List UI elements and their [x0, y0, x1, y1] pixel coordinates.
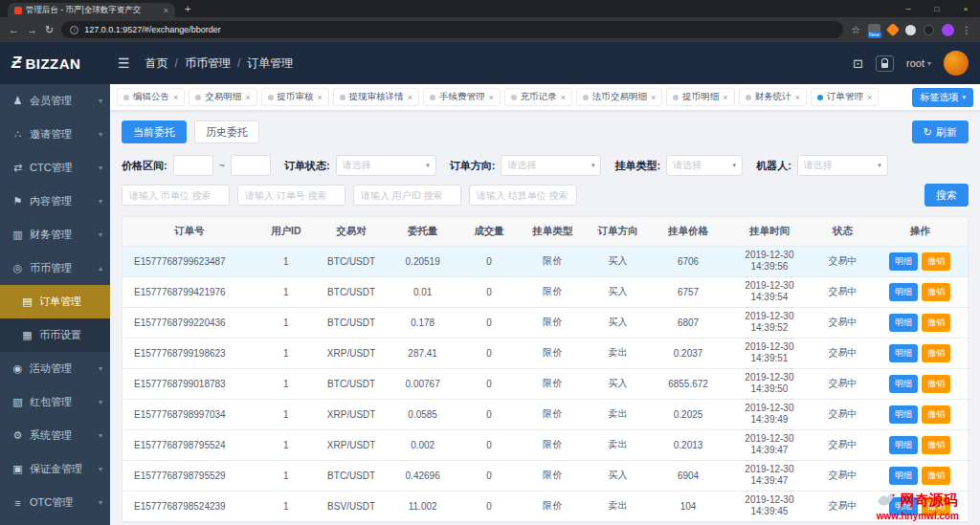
- sidebar-item-margin[interactable]: ▣保证金管理▾: [0, 452, 110, 486]
- extension-light-icon[interactable]: [905, 25, 916, 35]
- tag-close-icon[interactable]: ×: [245, 93, 250, 102]
- detail-button[interactable]: 明细: [889, 436, 918, 454]
- sidebar-item-coin-settings[interactable]: ▦币币设置: [0, 318, 110, 352]
- tag-item[interactable]: 提币审核×: [261, 88, 329, 106]
- breadcrumb-item[interactable]: 订单管理: [247, 55, 293, 72]
- detail-button[interactable]: 明细: [889, 467, 918, 485]
- cell-price: 6855.672: [651, 368, 726, 399]
- system-icon: ⚙: [11, 429, 24, 442]
- search-button[interactable]: 搜索: [924, 184, 969, 207]
- cell-price: 104: [651, 491, 726, 521]
- current-orders-button[interactable]: 当前委托: [122, 120, 187, 143]
- tag-item[interactable]: 提现审核详情×: [333, 88, 419, 106]
- site-info-icon[interactable]: i: [70, 26, 78, 34]
- history-orders-button[interactable]: 历史委托: [194, 120, 259, 143]
- minimize-button[interactable]: ─: [894, 0, 923, 17]
- tag-close-icon[interactable]: ×: [795, 93, 800, 102]
- tag-item[interactable]: 充币记录×: [504, 88, 572, 106]
- breadcrumb-item[interactable]: 币币管理: [185, 55, 231, 72]
- tag-item[interactable]: 手续费管理×: [423, 88, 501, 106]
- window-close-button[interactable]: ×: [951, 0, 980, 17]
- tag-close-icon[interactable]: ×: [318, 93, 323, 102]
- tag-item[interactable]: 提币明细×: [666, 88, 734, 106]
- fullscreen-icon[interactable]: ⊡: [853, 56, 863, 71]
- search-baseunit-input[interactable]: [469, 185, 577, 206]
- tag-close-icon[interactable]: ×: [723, 93, 727, 102]
- tab-close-icon[interactable]: ×: [164, 6, 168, 15]
- search-coin-input[interactable]: [122, 185, 230, 206]
- browser-menu-icon[interactable]: ⋮: [962, 25, 971, 35]
- sidebar-item-otc[interactable]: ≡OTC管理▾: [0, 486, 110, 519]
- hamburger-menu-icon[interactable]: ☰: [118, 55, 130, 71]
- lock-icon[interactable]: [876, 55, 894, 72]
- sidebar-item-members[interactable]: ♟会员管理▾: [0, 84, 110, 118]
- price-max-input[interactable]: [231, 155, 271, 176]
- sidebar-item-order-doc[interactable]: ▤订单管理: [0, 285, 110, 318]
- detail-button[interactable]: 明细: [889, 283, 918, 301]
- new-tab-button[interactable]: +: [185, 3, 190, 14]
- tag-item[interactable]: 法币交易明细×: [576, 88, 662, 106]
- detail-button[interactable]: 明细: [889, 314, 918, 332]
- tag-close-icon[interactable]: ×: [173, 93, 178, 102]
- cancel-button[interactable]: 撤销: [922, 283, 950, 301]
- bookmark-star-icon[interactable]: ☆: [851, 24, 860, 36]
- tag-item[interactable]: 订单管理×: [811, 88, 879, 106]
- user-dropdown[interactable]: root ▾: [906, 57, 931, 69]
- tag-close-icon[interactable]: ×: [867, 93, 872, 102]
- extension-new-icon[interactable]: New: [868, 24, 880, 35]
- cell-status: 交易中: [813, 491, 872, 521]
- cancel-button[interactable]: 撤销: [922, 467, 950, 485]
- sidebar-item-finance[interactable]: ▥财务管理▾: [0, 218, 110, 252]
- sidebar-item-activity[interactable]: ◉活动管理▾: [0, 352, 110, 385]
- cancel-button[interactable]: 撤销: [922, 344, 950, 362]
- cancel-button[interactable]: 撤销: [922, 497, 950, 515]
- order-status-select[interactable]: 请选择 ▾: [336, 155, 436, 176]
- detail-button[interactable]: 明细: [889, 344, 918, 362]
- robot-select[interactable]: 请选择 ▾: [797, 155, 888, 176]
- sidebar-item-redpacket[interactable]: ▧红包管理▾: [0, 385, 110, 419]
- refresh-button[interactable]: ↻ 刷新: [912, 120, 969, 143]
- price-min-input[interactable]: [173, 155, 213, 176]
- extension-dark-icon[interactable]: [924, 25, 934, 35]
- detail-button[interactable]: 明细: [889, 375, 918, 393]
- cancel-button[interactable]: 撤销: [922, 405, 950, 424]
- tag-item[interactable]: 交易明细×: [189, 88, 256, 106]
- tag-item[interactable]: 编辑公告×: [117, 88, 185, 106]
- tag-item[interactable]: 财务统计×: [739, 88, 807, 106]
- tag-close-icon[interactable]: ×: [489, 93, 494, 102]
- breadcrumb-item[interactable]: 首页: [145, 55, 168, 72]
- order-direction-select[interactable]: 请选择 ▾: [501, 155, 601, 176]
- tag-label: 交易明细: [205, 91, 241, 103]
- order-type-select[interactable]: 请选择 ▾: [666, 155, 743, 176]
- back-icon[interactable]: ←: [9, 24, 19, 35]
- cancel-button[interactable]: 撤销: [922, 252, 950, 271]
- url-bar[interactable]: i 127.0.0.1:9527/#/exchange/bborder: [61, 21, 843, 38]
- sidebar-item-invite[interactable]: ∴邀请管理▾: [0, 118, 110, 151]
- cancel-button[interactable]: 撤销: [922, 436, 950, 454]
- forward-icon[interactable]: →: [27, 24, 37, 35]
- detail-button[interactable]: 明细: [889, 497, 918, 515]
- browser-profile-avatar[interactable]: [942, 24, 954, 36]
- search-orderno-input[interactable]: [237, 185, 345, 206]
- sidebar-item-system[interactable]: ⚙系统管理▾: [0, 419, 110, 452]
- cancel-button[interactable]: 撤销: [922, 314, 950, 332]
- metamask-extension-icon[interactable]: [886, 23, 900, 36]
- reload-icon[interactable]: ↻: [45, 24, 54, 36]
- cancel-button[interactable]: 撤销: [922, 375, 950, 393]
- table-header-row: 订单号用户ID交易对委托量成交量挂单类型订单方向挂单价格挂单时间状态操作: [122, 217, 968, 246]
- tag-close-icon[interactable]: ×: [561, 93, 566, 102]
- sidebar-item-ctc[interactable]: ⇄CTC管理▾: [0, 151, 110, 185]
- user-avatar[interactable]: [944, 51, 969, 76]
- tag-options-button[interactable]: 标签选项 ▾: [912, 88, 973, 107]
- tag-close-icon[interactable]: ×: [651, 93, 656, 102]
- sidebar-item-exchange[interactable]: ◎币币管理▴: [0, 252, 110, 285]
- table-row: E15777687992204361BTC/USDT0.1780限价买入6807…: [122, 307, 968, 338]
- tag-close-icon[interactable]: ×: [408, 93, 412, 102]
- detail-button[interactable]: 明细: [889, 405, 918, 424]
- sidebar-item-content[interactable]: ⚑内容管理▾: [0, 185, 110, 218]
- browser-tab[interactable]: 管理后台 - 币严|全球数字资产交 ×: [8, 3, 175, 17]
- cell-order-no: E1577768798524239: [122, 491, 256, 521]
- maximize-button[interactable]: □: [923, 0, 951, 17]
- detail-button[interactable]: 明细: [889, 252, 918, 271]
- search-userid-input[interactable]: [353, 185, 461, 206]
